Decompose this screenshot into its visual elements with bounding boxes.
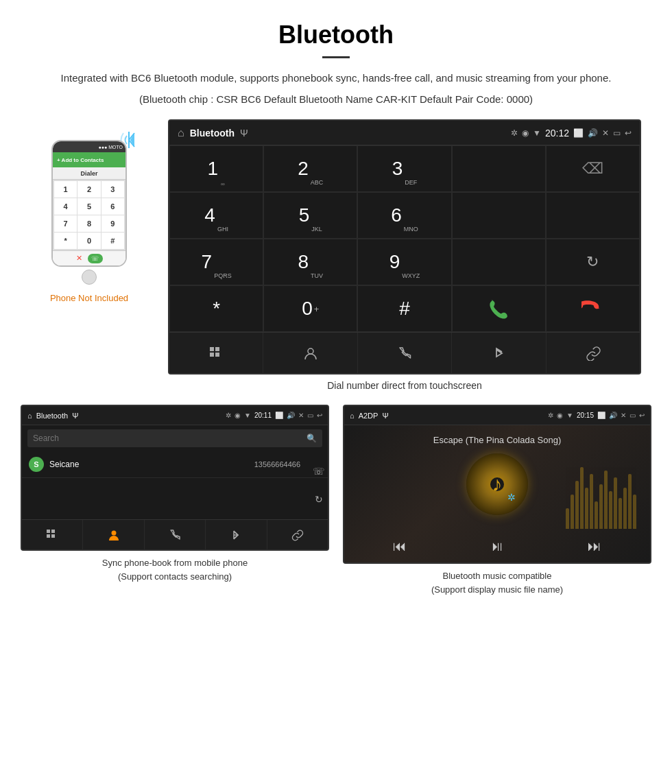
phone-wrapper: ●●●MOTO + Add to Contacts Dialer 1 2 3 4 xyxy=(45,140,134,287)
pb-nav-phone[interactable] xyxy=(145,520,206,549)
phone-body: ●●●MOTO + Add to Contacts Dialer 1 2 3 4 xyxy=(51,140,127,267)
music-screen-icon: ▭ xyxy=(629,412,636,419)
phonebook-contact-row[interactable]: S Seicane 13566664466 xyxy=(22,451,328,478)
statusbar-left: ⌂ Bluetooth Ψ xyxy=(178,127,248,139)
header-divider xyxy=(322,56,350,58)
music-screen: ⌂ A2DP Ψ ✲ ◉ ▼ 20:15 ⬜ 🔊 ✕ ▭ ↩ E xyxy=(343,405,651,564)
dial-key-empty-3 xyxy=(546,192,640,239)
close-icon: ✕ xyxy=(602,128,609,138)
pb-cam-icon: ⬜ xyxy=(275,412,283,419)
volume-icon: 🔊 xyxy=(588,128,598,138)
pb-back-icon[interactable]: ↩ xyxy=(317,412,322,419)
dial-key-5[interactable]: 5JKL xyxy=(263,192,357,239)
dial-key-4[interactable]: 4GHI xyxy=(169,192,263,239)
dial-key-2[interactable]: 2ABC xyxy=(263,145,357,192)
dial-key-refresh[interactable]: ↻ xyxy=(546,239,640,285)
dial-key-hash[interactable]: # xyxy=(357,285,451,332)
dial-key-star[interactable]: * xyxy=(169,285,263,332)
screen-icon: ▭ xyxy=(613,128,621,138)
nav-contacts[interactable] xyxy=(263,333,357,373)
svg-rect-9 xyxy=(47,530,50,533)
dialpad-grid: 1∞ 2ABC 3DEF ⌫ 4GHI 5JKL 6MNO xyxy=(169,145,640,332)
svg-point-7 xyxy=(308,348,313,354)
car-bottom-nav xyxy=(169,332,640,373)
nav-phone[interactable] xyxy=(358,333,452,373)
dial-key-endcall[interactable] xyxy=(546,285,640,332)
music-bt-icon: ✲ xyxy=(548,412,553,419)
dial-key-8[interactable]: 8TUV xyxy=(263,239,357,285)
dial-key-6[interactable]: 6MNO xyxy=(357,192,451,239)
search-input[interactable] xyxy=(33,433,307,443)
phonebook-search-bar[interactable]: 🔍 xyxy=(27,429,322,447)
dial-key-7[interactable]: 7PQRS xyxy=(169,239,263,285)
music-wifi-icon: ▼ xyxy=(566,412,573,419)
dial-key-1[interactable]: 1∞ xyxy=(169,145,263,192)
nav-bluetooth[interactable] xyxy=(452,333,546,373)
page-description: Integrated with BC6 Bluetooth module, su… xyxy=(41,71,631,86)
pb-statusbar-left: ⌂ Bluetooth Ψ xyxy=(27,412,78,420)
dial-key-9[interactable]: 9WXYZ xyxy=(357,239,451,285)
svg-rect-11 xyxy=(47,534,50,538)
search-icon: 🔍 xyxy=(307,433,317,443)
music-album-art: ♪ ✲ xyxy=(466,453,528,515)
pb-bt-icon: ✲ xyxy=(226,412,231,419)
dial-key-0[interactable]: 0+ xyxy=(263,285,357,332)
pb-wifi-icon: ▼ xyxy=(244,412,251,419)
svg-rect-4 xyxy=(215,347,219,351)
phone-bottom-bar: ✕ ☏ xyxy=(53,250,125,265)
phonebook-content: S Seicane 13566664466 ☏ ↻ xyxy=(22,451,328,519)
pb-statusbar-right: ✲ ◉ ▼ 20:11 ⬜ 🔊 ✕ ▭ ↩ xyxy=(226,412,322,419)
statusbar-right: ✲ ◉ ▼ 20:12 ⬜ 🔊 ✕ ▭ ↩ xyxy=(511,128,632,139)
music-statusbar-left: ⌂ A2DP Ψ xyxy=(350,412,389,420)
music-statusbar: ⌂ A2DP Ψ ✲ ◉ ▼ 20:15 ⬜ 🔊 ✕ ▭ ↩ xyxy=(344,406,650,425)
nav-link[interactable] xyxy=(547,333,640,373)
pb-refresh-icon[interactable]: ↻ xyxy=(315,494,323,505)
pb-vol-icon: 🔊 xyxy=(287,412,295,419)
music-back-icon[interactable]: ↩ xyxy=(639,412,645,419)
pb-home-icon[interactable]: ⌂ xyxy=(27,412,32,420)
music-cam-icon: ⬜ xyxy=(597,412,605,419)
svg-rect-3 xyxy=(210,347,214,351)
pb-caption: Sync phone-book from mobile phone (Suppo… xyxy=(102,556,248,583)
phone-not-included-label: Phone Not Included xyxy=(50,293,128,303)
pb-nav-link[interactable] xyxy=(267,520,328,549)
phone-header: Dialer xyxy=(53,167,125,180)
svg-rect-6 xyxy=(215,353,219,357)
pb-bottom-nav xyxy=(22,519,328,549)
main-section: ●●●MOTO + Add to Contacts Dialer 1 2 3 4 xyxy=(0,119,672,398)
status-time: 20:12 xyxy=(545,128,569,139)
pb-nav-contacts[interactable] xyxy=(83,520,144,549)
pb-time: 20:11 xyxy=(254,412,272,419)
page-title: Bluetooth xyxy=(41,21,631,49)
pb-side-icons: ☏ ↻ xyxy=(313,451,325,519)
music-caption: Bluetooth music compatible (Support disp… xyxy=(431,569,563,596)
back-icon[interactable]: ↩ xyxy=(625,128,632,138)
music-controls: ⏮ ⏯ ⏭ xyxy=(351,538,643,554)
music-prev-btn[interactable]: ⏮ xyxy=(393,538,407,554)
pb-usb-icon: Ψ xyxy=(72,412,78,420)
nav-grid[interactable] xyxy=(169,333,263,373)
dial-caption: Dial number direct from touchscreen xyxy=(327,380,482,391)
home-icon[interactable]: ⌂ xyxy=(178,127,184,139)
dial-key-backspace[interactable]: ⌫ xyxy=(546,145,640,192)
music-loc-icon: ◉ xyxy=(557,412,563,419)
dial-key-empty-2 xyxy=(452,192,546,239)
svg-rect-5 xyxy=(210,353,214,357)
music-next-btn[interactable]: ⏭ xyxy=(588,538,601,554)
camera-icon: ⬜ xyxy=(573,128,584,138)
car-screen: ⌂ Bluetooth Ψ ✲ ◉ ▼ 20:12 ⬜ 🔊 ✕ ▭ ↩ xyxy=(168,119,641,375)
music-title: A2DP xyxy=(359,412,379,420)
dial-key-call[interactable] xyxy=(452,285,546,332)
music-home-icon[interactable]: ⌂ xyxy=(350,412,355,420)
pb-statusbar: ⌂ Bluetooth Ψ ✲ ◉ ▼ 20:11 ⬜ 🔊 ✕ ▭ ↩ xyxy=(22,406,328,425)
dial-key-3[interactable]: 3DEF xyxy=(357,145,451,192)
phone-app-bar: + Add to Contacts xyxy=(53,152,125,167)
svg-rect-10 xyxy=(51,530,55,533)
bottom-row: ⌂ Bluetooth Ψ ✲ ◉ ▼ 20:11 ⬜ 🔊 ✕ ▭ ↩ xyxy=(0,405,672,596)
pb-nav-grid[interactable] xyxy=(22,520,83,549)
pb-call-icon[interactable]: ☏ xyxy=(313,466,325,477)
pb-screen-icon: ▭ xyxy=(307,412,313,419)
music-playpause-btn[interactable]: ⏯ xyxy=(490,538,504,554)
pb-nav-bluetooth[interactable] xyxy=(206,520,267,549)
bt-status-icon: ✲ xyxy=(511,128,518,138)
